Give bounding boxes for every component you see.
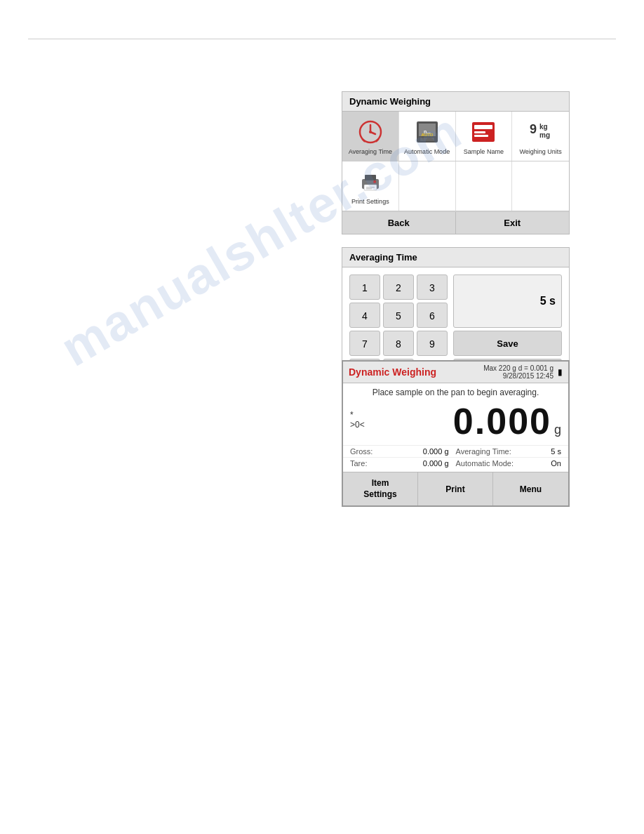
tare-label: Tare:: [350, 459, 367, 468]
svg-text:AUTO: AUTO: [421, 133, 433, 137]
gross-value: 0.000 g: [423, 447, 449, 456]
sample-name-icon: [470, 119, 497, 145]
live-info: Max 220 g d = 0.001 g 9/28/2015 12:45: [483, 364, 554, 380]
settings-panel-buttons: Back Exit: [342, 211, 569, 234]
svg-rect-14: [474, 135, 488, 137]
avg-panel-title: Averaging Time: [342, 248, 569, 267]
key-5[interactable]: 5: [383, 303, 414, 328]
print-settings-cell[interactable]: Print Settings: [342, 161, 399, 211]
live-datetime: 9/28/2015 12:45: [483, 372, 554, 380]
sample-name-label: Sample Name: [464, 148, 504, 156]
live-data-row-2: Tare: 0.000 g Automatic Mode: On: [343, 457, 568, 469]
live-prompt: Place sample on the pan to begin averagi…: [343, 383, 568, 399]
settings-icon-row2: Print Settings: [342, 161, 569, 211]
avg-time-label: Averaging Time:: [456, 447, 511, 456]
live-panel: Dynamic Weighing Max 220 g d = 0.001 g 9…: [342, 360, 570, 507]
avg-display: 5 s: [453, 274, 562, 328]
menu-button[interactable]: Menu: [493, 472, 568, 505]
print-settings-label: Print Settings: [351, 198, 389, 206]
live-status: * >0<: [350, 400, 375, 430]
settings-panel-container: Dynamic Weighing Averaging Time: [342, 91, 570, 392]
live-unit: g: [554, 423, 561, 437]
svg-line-5: [376, 139, 379, 142]
print-settings-icon: [357, 168, 384, 195]
automatic-mode-cell[interactable]: n... AUTO Automatic Mode: [399, 112, 456, 161]
live-gross-col: Gross: 0.000 g: [350, 447, 456, 456]
live-value: 0.000: [453, 400, 551, 442]
averaging-time-icon: [357, 119, 384, 145]
sample-name-cell[interactable]: Sample Name: [456, 112, 513, 161]
save-button[interactable]: Save: [453, 331, 562, 356]
svg-rect-22: [366, 187, 375, 188]
key-3[interactable]: 3: [417, 274, 448, 300]
automatic-mode-icon: n... AUTO: [414, 119, 441, 145]
key-6[interactable]: 6: [417, 303, 448, 328]
svg-text:mg: mg: [539, 131, 550, 139]
live-star: *: [350, 410, 375, 420]
auto-mode-label: Automatic Mode:: [456, 459, 514, 468]
auto-mode-value: On: [551, 459, 561, 468]
live-data-row-1: Gross: 0.000 g Averaging Time: 5 s: [343, 445, 568, 457]
averaging-time-label: Averaging Time: [349, 148, 392, 156]
empty-cell-3: [512, 161, 569, 211]
averaging-time-cell[interactable]: Averaging Time: [342, 112, 399, 161]
live-reading: 0.000 g: [375, 400, 561, 442]
live-max-info: Max 220 g d = 0.001 g: [483, 364, 554, 372]
svg-rect-10: [420, 138, 434, 141]
key-4[interactable]: 4: [349, 303, 380, 328]
svg-point-3: [369, 131, 372, 133]
weighing-units-icon: 9 kg mg: [528, 119, 554, 145]
live-display-area: * >0< 0.000 g: [343, 399, 568, 445]
automatic-mode-label: Automatic Mode: [404, 148, 450, 156]
live-tare-col: Tare: 0.000 g: [350, 459, 456, 468]
empty-cell-1: [399, 161, 456, 211]
settings-icon-grid: Averaging Time n... AUTO Automatic Mode: [342, 112, 569, 161]
key-1[interactable]: 1: [349, 274, 380, 300]
live-zero: >0<: [350, 420, 375, 430]
top-border: [28, 39, 616, 39]
exit-button[interactable]: Exit: [456, 212, 570, 234]
live-bottom-buttons: ItemSettings Print Menu: [343, 472, 568, 505]
live-header: Dynamic Weighing Max 220 g d = 0.001 g 9…: [343, 362, 568, 383]
svg-rect-23: [366, 188, 372, 190]
svg-point-21: [373, 180, 376, 183]
svg-line-4: [362, 139, 365, 142]
tare-value: 0.000 g: [423, 459, 449, 468]
avg-time-value: 5 s: [551, 447, 561, 456]
back-button[interactable]: Back: [342, 212, 456, 234]
live-auto-mode-col: Automatic Mode: On: [456, 459, 562, 468]
svg-rect-19: [365, 175, 376, 180]
svg-rect-12: [474, 125, 492, 129]
key-8[interactable]: 8: [383, 331, 414, 356]
empty-cell-2: [456, 161, 513, 211]
weighing-units-cell[interactable]: 9 kg mg Weighing Units: [512, 112, 569, 161]
live-avg-time-col: Averaging Time: 5 s: [456, 447, 562, 456]
key-2[interactable]: 2: [383, 274, 414, 300]
weighing-units-label: Weighing Units: [519, 148, 561, 156]
svg-text:kg: kg: [539, 123, 548, 131]
gross-label: Gross:: [350, 447, 373, 456]
svg-rect-13: [474, 131, 485, 133]
print-button[interactable]: Print: [418, 472, 493, 505]
settings-panel-title: Dynamic Weighing: [342, 92, 569, 112]
key-7[interactable]: 7: [349, 331, 380, 356]
item-settings-button[interactable]: ItemSettings: [343, 472, 418, 505]
settings-panel: Dynamic Weighing Averaging Time: [342, 91, 570, 234]
live-title: Dynamic Weighing: [349, 366, 436, 378]
key-9[interactable]: 9: [417, 331, 448, 356]
svg-text:9: 9: [530, 122, 537, 136]
battery-icon: ▮: [558, 367, 563, 377]
